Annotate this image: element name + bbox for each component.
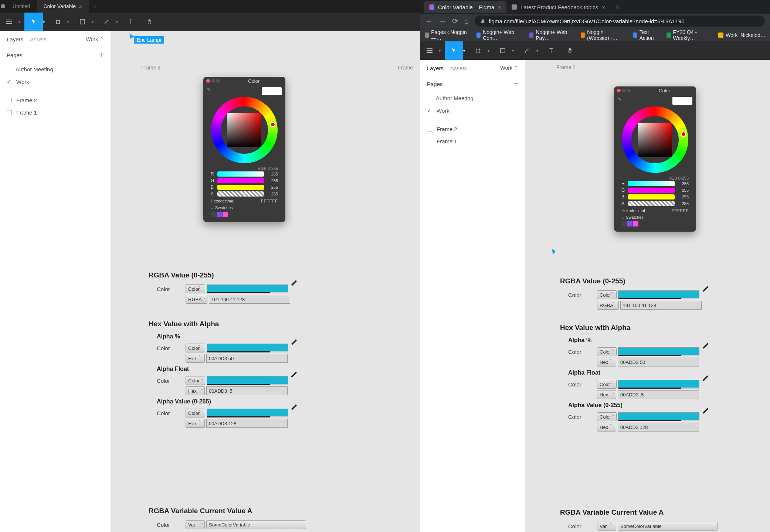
format-dropdown[interactable]: Hex: [597, 390, 616, 399]
type-dropdown[interactable]: Var: [186, 520, 205, 529]
type-dropdown[interactable]: Color: [597, 290, 617, 299]
page-item-author-meeting[interactable]: Author Meeting: [420, 92, 525, 104]
color-bar[interactable]: [207, 284, 288, 293]
shape-tool-icon[interactable]: [493, 41, 512, 60]
chevron-down-icon[interactable]: ▾: [43, 20, 47, 24]
add-page-button[interactable]: +: [99, 51, 104, 59]
value-field[interactable]: 00ADD3 .5: [618, 390, 699, 399]
bookmark-item[interactable]: Pages ‹ Noggin —…: [425, 29, 469, 41]
text-tool-icon[interactable]: T: [122, 13, 140, 31]
chevron-down-icon[interactable]: ▾: [439, 49, 442, 53]
chevron-down-icon[interactable]: ▾: [463, 49, 467, 53]
color-bar[interactable]: [618, 380, 699, 389]
type-dropdown[interactable]: Color: [597, 412, 617, 421]
color-bar[interactable]: [618, 347, 699, 356]
chevron-down-icon[interactable]: ▾: [67, 20, 71, 24]
menu-icon[interactable]: [420, 41, 439, 60]
format-dropdown[interactable]: RGBA: [597, 301, 619, 310]
bookmark-item[interactable]: Work_Nickelod…: [718, 32, 766, 38]
type-dropdown[interactable]: Color: [186, 344, 205, 352]
close-icon[interactable]: ×: [602, 4, 605, 10]
bookmark-item[interactable]: FY20 Q4 - Weekly…: [666, 29, 711, 41]
browser-tab-feedback[interactable]: Latest Product Feedback topics ×: [506, 1, 610, 13]
frame-label[interactable]: Frame: [398, 65, 413, 71]
color-bar[interactable]: [618, 412, 699, 421]
assets-tab[interactable]: Assets: [450, 65, 467, 71]
color-bar[interactable]: [618, 290, 699, 299]
frame-label[interactable]: Frame 2: [556, 64, 576, 70]
forward-button[interactable]: →: [439, 17, 446, 25]
chevron-down-icon[interactable]: ▾: [512, 49, 516, 53]
url-field[interactable]: figma.com/file/juzlACM6xwmO9rQxvDG6v1/Co…: [475, 16, 765, 27]
shape-tool-icon[interactable]: [73, 13, 92, 31]
pencil-icon[interactable]: [290, 285, 298, 293]
assets-tab[interactable]: Assets: [30, 36, 47, 42]
page-item-work[interactable]: ✓Work: [0, 75, 111, 88]
text-tool-icon[interactable]: T: [542, 41, 561, 60]
type-dropdown[interactable]: Color: [597, 347, 617, 356]
color-bar[interactable]: [207, 376, 288, 385]
variable-dropdown[interactable]: SomeColorVariable: [206, 520, 306, 529]
add-page-button[interactable]: +: [514, 80, 518, 88]
color-bar[interactable]: [207, 344, 288, 352]
format-dropdown[interactable]: Hex: [186, 386, 205, 395]
value-field[interactable]: 00ADD3 50: [206, 354, 288, 363]
new-tab-button[interactable]: +: [610, 2, 624, 12]
type-dropdown[interactable]: Var: [597, 522, 616, 531]
page-selector[interactable]: Work ⌃: [86, 36, 104, 42]
type-dropdown[interactable]: Color: [186, 284, 205, 293]
format-dropdown[interactable]: Hex: [597, 423, 616, 432]
hand-tool-icon[interactable]: [140, 13, 159, 31]
type-dropdown[interactable]: Color: [186, 376, 205, 385]
variable-dropdown[interactable]: SomeColorVariable: [618, 522, 718, 531]
app-tab-untitled[interactable]: Untitled: [6, 0, 37, 13]
hand-tool-icon[interactable]: [561, 41, 579, 60]
pencil-icon[interactable]: [702, 413, 710, 421]
page-selector[interactable]: Work ⌃: [501, 65, 518, 71]
color-bar[interactable]: [207, 409, 288, 417]
bookmark-item[interactable]: Noggin+ Web Pay…: [529, 29, 573, 41]
layer-frame-2[interactable]: Frame 2: [0, 94, 111, 106]
close-icon[interactable]: ×: [79, 3, 82, 10]
pen-tool-icon[interactable]: [518, 41, 536, 60]
app-tab-color-variable[interactable]: Color Variable ×: [37, 0, 88, 13]
format-dropdown[interactable]: RGBA: [186, 295, 207, 304]
frame-tool-icon[interactable]: [49, 13, 67, 31]
value-field[interactable]: 00ADD3 128: [206, 419, 288, 428]
format-dropdown[interactable]: Hex: [186, 354, 205, 363]
canvas[interactable]: Eric Lampi Frame 2 Frame Color ✎: [111, 31, 420, 532]
layers-tab[interactable]: Layers: [427, 65, 444, 71]
chevron-down-icon[interactable]: ▾: [18, 20, 22, 24]
layer-frame-1[interactable]: Frame 1: [0, 106, 111, 119]
value-field[interactable]: 00ADD3 .5: [206, 386, 288, 395]
pencil-icon[interactable]: [702, 291, 710, 299]
chevron-down-icon[interactable]: ▾: [116, 20, 120, 24]
chevron-down-icon[interactable]: ▾: [92, 20, 95, 24]
pencil-icon[interactable]: [702, 380, 710, 388]
new-tab-button[interactable]: +: [89, 3, 102, 10]
page-item-work[interactable]: ✓Work: [420, 104, 525, 117]
chevron-down-icon[interactable]: ▾: [536, 49, 540, 53]
home-icon[interactable]: [0, 3, 6, 10]
layer-frame-2[interactable]: Frame 2: [420, 123, 525, 135]
move-tool-icon[interactable]: [24, 13, 43, 31]
type-dropdown[interactable]: Color: [597, 380, 617, 389]
home-button[interactable]: ⌂: [464, 17, 469, 25]
close-icon[interactable]: ×: [498, 4, 501, 10]
page-item-author-meeting[interactable]: Author Meeting: [0, 63, 111, 75]
move-tool-icon[interactable]: [445, 41, 463, 60]
bookmark-item[interactable]: Noggin (Website) -…: [581, 29, 626, 41]
format-dropdown[interactable]: Hex: [186, 419, 205, 428]
value-field[interactable]: 00ADD3 50: [618, 358, 699, 366]
type-dropdown[interactable]: Color: [186, 409, 205, 417]
canvas[interactable]: Frame 2 Eric Lampi Color ✎ RGB 0: [525, 60, 770, 532]
chevron-down-icon[interactable]: ▾: [488, 49, 491, 53]
layers-tab[interactable]: Layers: [7, 36, 23, 42]
pencil-icon[interactable]: [290, 376, 298, 385]
menu-icon[interactable]: [0, 13, 18, 31]
bookmark-item[interactable]: Text Action: [633, 29, 659, 41]
layer-frame-1[interactable]: Frame 1: [420, 135, 525, 147]
back-button[interactable]: ←: [425, 17, 433, 25]
reload-button[interactable]: ⟳: [452, 17, 458, 25]
frame-tool-icon[interactable]: [469, 41, 488, 60]
